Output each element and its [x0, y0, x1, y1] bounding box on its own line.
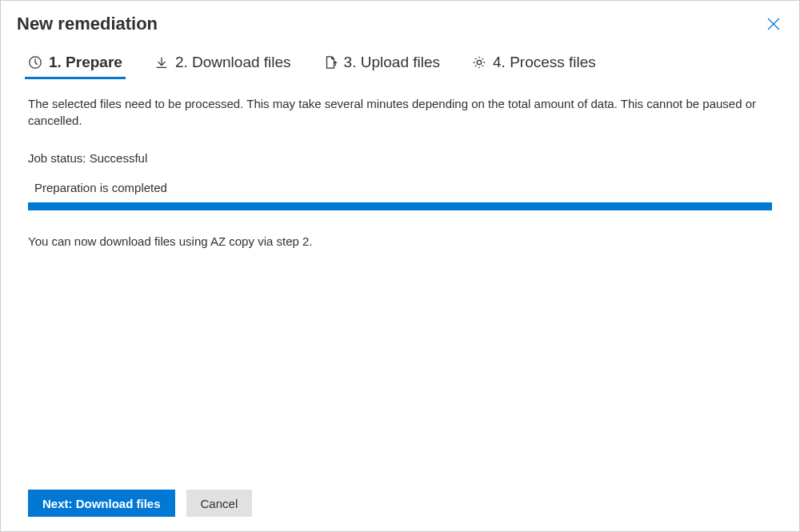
tab-download[interactable]: 2. Download files — [154, 54, 291, 79]
wizard-tabs: 1. Prepare 2. Download files 3. Upload f… — [1, 42, 799, 79]
progress-section: Preparation is completed — [28, 181, 772, 210]
tab-prepare[interactable]: 1. Prepare — [28, 54, 122, 79]
clock-icon — [28, 55, 42, 70]
progress-label: Preparation is completed — [28, 181, 772, 194]
hint-text: You can now download files using AZ copy… — [28, 234, 772, 248]
tab-label: 4. Process files — [493, 54, 596, 71]
tab-label: 2. Download files — [175, 54, 291, 71]
upload-doc-icon — [323, 55, 338, 70]
page-title: New remediation — [17, 14, 158, 34]
cancel-button[interactable]: Cancel — [186, 490, 253, 517]
download-icon — [154, 55, 169, 70]
close-icon — [767, 18, 780, 30]
remediation-panel: New remediation 1. Prepare 2. Download f… — [0, 0, 800, 532]
close-button[interactable] — [764, 14, 783, 34]
svg-point-3 — [477, 60, 481, 64]
gear-icon — [472, 55, 486, 70]
job-status: Job status: Successful — [28, 151, 772, 165]
next-button[interactable]: Next: Download files — [28, 490, 175, 517]
tab-label: 3. Upload files — [344, 54, 440, 71]
tab-content: The selected files need to be processed.… — [1, 79, 799, 490]
tab-process[interactable]: 4. Process files — [472, 54, 596, 79]
panel-header: New remediation — [1, 1, 799, 42]
panel-footer: Next: Download files Cancel — [1, 490, 799, 531]
progress-bar — [28, 202, 772, 210]
description-text: The selected files need to be processed.… — [28, 95, 772, 129]
job-status-label: Job status: — [28, 151, 86, 165]
job-status-value: Successful — [90, 151, 148, 165]
tab-upload[interactable]: 3. Upload files — [323, 54, 440, 79]
tab-label: 1. Prepare — [49, 54, 122, 71]
